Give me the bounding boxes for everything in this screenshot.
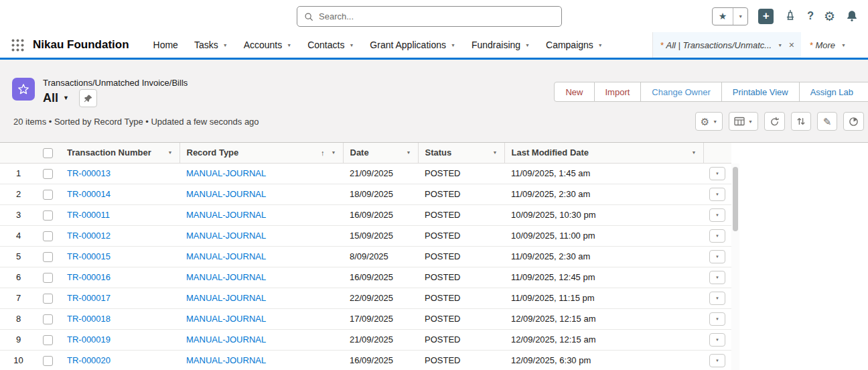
record-type-link[interactable]: MANUAL-JOURNAL bbox=[186, 210, 266, 220]
row-actions-button[interactable]: ▼ bbox=[709, 271, 725, 284]
nav-item-contacts[interactable]: Contacts▼ bbox=[299, 32, 362, 58]
vertical-scrollbar[interactable] bbox=[731, 164, 739, 370]
close-icon[interactable]: ✕ bbox=[788, 41, 794, 50]
sort-button[interactable] bbox=[791, 112, 811, 131]
nav-item-accounts[interactable]: Accounts▼ bbox=[236, 32, 300, 58]
app-launcher-button[interactable] bbox=[11, 38, 25, 52]
table-row: 4TR-000012MANUAL-JOURNAL15/09/2025POSTED… bbox=[0, 225, 731, 246]
help-button[interactable]: ? bbox=[807, 10, 814, 22]
row-actions-button[interactable]: ▼ bbox=[709, 188, 725, 201]
scrollbar-thumb[interactable] bbox=[733, 167, 738, 231]
nav-item-campaigns[interactable]: Campaigns▼ bbox=[538, 32, 611, 58]
row-actions-button[interactable]: ▼ bbox=[709, 250, 725, 263]
row-actions-button[interactable]: ▼ bbox=[709, 333, 725, 347]
row-actions-button[interactable]: ▼ bbox=[709, 167, 725, 180]
action-button-new[interactable]: New bbox=[554, 82, 594, 102]
transaction-number-cell: TR-000011 bbox=[60, 204, 179, 225]
nav-item-tasks[interactable]: Tasks▼ bbox=[186, 32, 236, 58]
search-input[interactable] bbox=[319, 11, 555, 21]
list-view-titles: Transactions/Unmatched Invoice/Bills All… bbox=[43, 78, 188, 107]
guidance-center-button[interactable] bbox=[784, 9, 797, 23]
table-row: 7TR-000017MANUAL-JOURNAL22/09/2025POSTED… bbox=[0, 288, 731, 308]
pin-list-view-button[interactable] bbox=[79, 89, 97, 107]
transaction-number-link[interactable]: TR-000012 bbox=[67, 231, 111, 241]
chevron-down-icon: ▼ bbox=[715, 213, 719, 217]
notifications-button[interactable] bbox=[845, 9, 859, 23]
list-view-controls-button[interactable]: ⚙▼ bbox=[695, 112, 723, 131]
row-checkbox[interactable] bbox=[43, 210, 53, 221]
row-actions-button[interactable]: ▼ bbox=[709, 354, 725, 367]
nav-item-grant-applications[interactable]: Grant Applications▼ bbox=[362, 32, 463, 58]
record-type-link[interactable]: MANUAL-JOURNAL bbox=[186, 251, 266, 261]
column-header-transaction-number[interactable]: Transaction Number▼ bbox=[60, 143, 179, 163]
transaction-number-link[interactable]: TR-000019 bbox=[67, 334, 111, 345]
nav-item-home[interactable]: Home bbox=[145, 32, 186, 58]
record-type-link[interactable]: MANUAL-JOURNAL bbox=[186, 272, 266, 282]
favorites-star-icon[interactable]: ★ bbox=[713, 8, 733, 25]
pencil-icon: ✎ bbox=[823, 117, 832, 127]
row-actions-button[interactable]: ▼ bbox=[709, 229, 725, 243]
row-checkbox[interactable] bbox=[43, 169, 53, 179]
action-button-printable-view[interactable]: Printable View bbox=[722, 82, 800, 102]
row-actions-button[interactable]: ▼ bbox=[709, 208, 725, 222]
row-checkbox[interactable] bbox=[43, 294, 53, 304]
chevron-down-icon[interactable]: ▼ bbox=[778, 43, 782, 48]
favorites-control[interactable]: ★ ▼ bbox=[712, 7, 749, 25]
record-type-link[interactable]: MANUAL-JOURNAL bbox=[186, 334, 266, 345]
row-checkbox[interactable] bbox=[43, 356, 53, 366]
record-type-link[interactable]: MANUAL-JOURNAL bbox=[186, 231, 266, 241]
favorites-chevron-down-icon[interactable]: ▼ bbox=[733, 14, 747, 19]
row-actions-button[interactable]: ▼ bbox=[709, 312, 725, 326]
row-number: 4 bbox=[0, 225, 37, 246]
transaction-number-link[interactable]: TR-000018 bbox=[67, 314, 111, 324]
record-type-link[interactable]: MANUAL-JOURNAL bbox=[186, 189, 266, 199]
row-checkbox[interactable] bbox=[43, 252, 53, 262]
row-checkbox[interactable] bbox=[43, 335, 53, 345]
more-tabs-button[interactable]: * More ▼ bbox=[801, 32, 857, 58]
transaction-number-link[interactable]: TR-000017 bbox=[67, 293, 111, 303]
nav-item-fundraising[interactable]: Fundraising▼ bbox=[463, 32, 538, 58]
record-type-link[interactable]: MANUAL-JOURNAL bbox=[186, 355, 266, 365]
column-header-last-modified-date[interactable]: Last Modified Date▼ bbox=[504, 143, 703, 163]
transaction-number-link[interactable]: TR-000013 bbox=[67, 168, 111, 178]
charts-button[interactable] bbox=[843, 112, 864, 131]
status-cell: POSTED bbox=[418, 225, 504, 246]
chevron-down-icon: ▼ bbox=[715, 359, 719, 363]
salesforce-app-window: ★ ▼ + ? ⚙ bbox=[0, 0, 868, 370]
row-checkbox[interactable] bbox=[43, 314, 53, 324]
last-modified-date-cell: 12/09/2025, 6:30 pm bbox=[504, 350, 703, 370]
select-all-checkbox[interactable] bbox=[43, 148, 53, 158]
transaction-number-link[interactable]: TR-000015 bbox=[67, 251, 111, 261]
active-object-tab[interactable]: * All | Transactions/Unmatc... ▼ ✕ bbox=[652, 32, 801, 58]
column-header-record-type[interactable]: Record Type↑▼ bbox=[179, 143, 343, 163]
action-button-change-owner[interactable]: Change Owner bbox=[641, 82, 721, 102]
inline-edit-button[interactable]: ✎ bbox=[817, 112, 837, 131]
transaction-number-link[interactable]: TR-000014 bbox=[67, 189, 111, 199]
record-type-cell: MANUAL-JOURNAL bbox=[179, 288, 343, 308]
row-actions-button[interactable]: ▼ bbox=[709, 292, 725, 305]
record-type-link[interactable]: MANUAL-JOURNAL bbox=[186, 168, 266, 178]
row-number: 5 bbox=[0, 246, 37, 267]
chevron-down-icon: ▼ bbox=[841, 43, 846, 48]
date-cell: 17/09/2025 bbox=[343, 308, 418, 329]
setup-button[interactable]: ⚙ bbox=[824, 10, 835, 23]
list-view-selector-chevron-icon[interactable]: ▼ bbox=[63, 95, 69, 101]
column-header-date[interactable]: Date▼ bbox=[343, 143, 418, 163]
record-type-link[interactable]: MANUAL-JOURNAL bbox=[186, 293, 266, 303]
global-search-box[interactable] bbox=[297, 6, 562, 27]
column-header-status[interactable]: Status▼ bbox=[418, 143, 504, 163]
record-type-link[interactable]: MANUAL-JOURNAL bbox=[186, 314, 266, 324]
row-checkbox[interactable] bbox=[43, 273, 53, 283]
display-as-button[interactable]: ▼ bbox=[729, 112, 758, 131]
transaction-number-link[interactable]: TR-000016 bbox=[67, 272, 111, 282]
refresh-button[interactable] bbox=[764, 112, 785, 131]
transaction-number-link[interactable]: TR-000011 bbox=[67, 210, 110, 220]
row-actions-cell: ▼ bbox=[703, 163, 731, 184]
transaction-number-link[interactable]: TR-000020 bbox=[67, 355, 111, 365]
action-button-assign-lab[interactable]: Assign Lab bbox=[800, 82, 868, 102]
global-actions-button[interactable]: + bbox=[758, 9, 774, 24]
action-button-import[interactable]: Import bbox=[595, 82, 642, 102]
table-header-row: Transaction Number▼Record Type↑▼Date▼Sta… bbox=[0, 143, 731, 163]
row-checkbox[interactable] bbox=[43, 190, 53, 200]
row-checkbox[interactable] bbox=[43, 231, 53, 241]
